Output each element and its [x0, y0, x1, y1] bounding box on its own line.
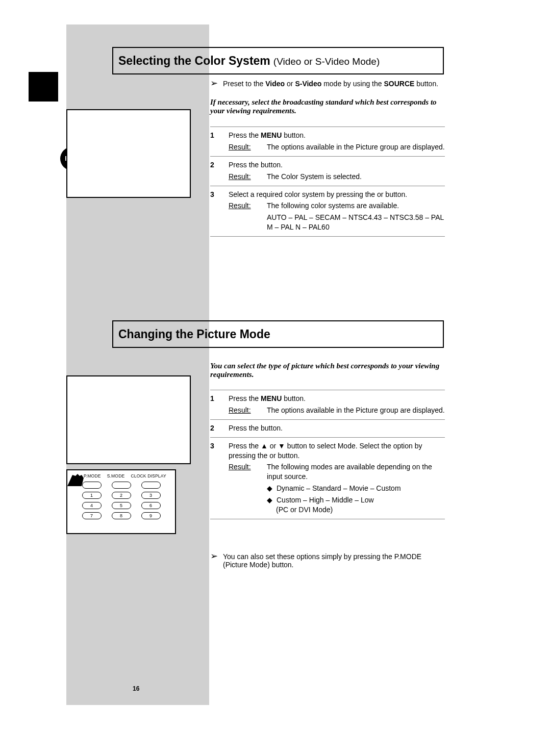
- section1-subtitle: (Video or S-Video Mode): [273, 56, 380, 67]
- section2-steps: 1 Press the MENU button. Result: The opt…: [210, 390, 445, 519]
- step-num: 1: [210, 394, 229, 415]
- result-label: Result:: [229, 172, 267, 182]
- step: 3 Select a required color system by pres…: [210, 186, 445, 237]
- page-marker: [127, 695, 148, 705]
- hand-pointer-icon: [66, 471, 87, 488]
- mode-list: Dynamic – Standard – Movie – Custom: [277, 484, 401, 492]
- result-label: Result:: [229, 462, 267, 482]
- remote-key: 6: [141, 502, 161, 509]
- section2-intro: You can select the type of picture which…: [210, 362, 445, 379]
- result-label: Result:: [229, 201, 267, 211]
- section1-intro: If necessary, select the broadcasting st…: [210, 98, 445, 115]
- step-num: 3: [210, 441, 229, 515]
- remote-key: 3: [141, 492, 161, 499]
- step: 1 Press the MENU button. Result: The opt…: [210, 127, 445, 157]
- section1-steps: 1 Press the MENU button. Result: The opt…: [210, 127, 445, 237]
- step-num: 3: [210, 190, 229, 233]
- remote-blank-button: [141, 482, 161, 489]
- remote-blank-button: [112, 482, 131, 489]
- lang-badge-bg: ENG: [29, 72, 58, 102]
- remote-key: 8: [112, 512, 131, 519]
- remote-key: 2: [112, 492, 131, 499]
- section2-title-box: Changing the Picture Mode: [112, 320, 444, 348]
- footer-note: ➢ You can also set these options simply …: [210, 552, 445, 569]
- mode-list-pc: Custom – High – Middle – Low: [277, 496, 374, 504]
- remote-label: S.MODE: [107, 473, 125, 478]
- step: 2 Press the button. Result: The Color Sy…: [210, 157, 445, 186]
- illustration-1: [66, 109, 191, 198]
- remote-key: 5: [112, 502, 131, 509]
- remote-key: 7: [82, 512, 102, 519]
- remote-key: 4: [82, 502, 102, 509]
- step: 1 Press the MENU button. Result: The opt…: [210, 390, 445, 420]
- remote-illustration: P.MODE S.MODE CLOCK DISPLAY 1 2 3 4 5 6 …: [66, 469, 176, 534]
- remote-label: CLOCK DISPLAY: [131, 473, 166, 478]
- result-label: Result:: [229, 406, 267, 415]
- remote-key: 9: [141, 512, 161, 519]
- step: 2 Press the button.: [210, 420, 445, 438]
- section2-title: Changing the Picture Mode: [118, 327, 270, 341]
- color-systems-list: AUTO – PAL – SECAM – NTSC4.43 – NTSC3.58…: [267, 213, 445, 232]
- arrow-icon: ➢: [210, 80, 218, 87]
- illustration-2: [66, 375, 191, 464]
- arrow-icon: ➢: [210, 552, 218, 569]
- section1-title: Selecting the Color System(Video or S-Vi…: [118, 54, 380, 68]
- step-num: 1: [210, 131, 229, 152]
- step: 3 Press the ▲ or ▼ button to select Mode…: [210, 438, 445, 519]
- step-num: 2: [210, 423, 229, 433]
- preset-note: ➢ Preset to the Video or S-Video mode by…: [210, 80, 450, 88]
- remote-key: 1: [82, 492, 102, 499]
- result-label: Result:: [229, 142, 267, 152]
- page-number: 16: [133, 685, 139, 692]
- section1-title-box: Selecting the Color System(Video or S-Vi…: [112, 47, 444, 74]
- step-num: 2: [210, 160, 229, 182]
